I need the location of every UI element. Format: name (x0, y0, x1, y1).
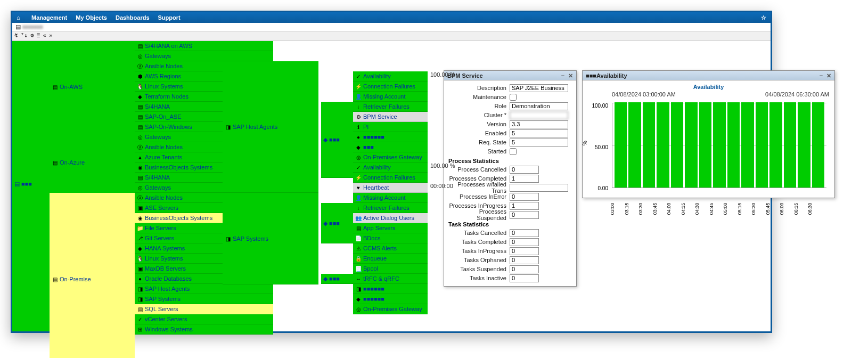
metric-connection-failures[interactable]: ⚡Connection Failures▶ (353, 173, 428, 183)
metric-retriever-failures[interactable]: ↓Retriever Failures▶ (353, 203, 428, 213)
sys-windows-systems[interactable]: ⊞Windows Systems▶ (135, 324, 273, 335)
field-processes-inerror[interactable] (510, 193, 539, 201)
field-maintenance[interactable] (510, 94, 517, 101)
field-tasks-orphaned[interactable] (510, 256, 539, 264)
bar (615, 102, 627, 188)
field-enabled[interactable] (510, 129, 568, 137)
metric-trfc-qrfc[interactable]: ↔tRFC & qRFC▶ (353, 274, 428, 284)
field-req-state[interactable] (510, 139, 568, 147)
metric-retriever-failures[interactable]: ↓Retriever Failures▶ (353, 102, 428, 112)
field-tasks-cancelled[interactable] (510, 229, 539, 237)
agent-sap-systems[interactable]: ◨SAP Systems▶ (223, 193, 318, 284)
tb-collapse[interactable]: « (43, 32, 46, 39)
host-node[interactable]: ◆ ■■■▶ (321, 274, 353, 284)
col-root: ▤ ■■■ (12, 41, 50, 331)
metric-missing-account[interactable]: 👤Missing Account▶ (353, 92, 428, 102)
metric-connection-failures[interactable]: ⚡Connection Failures▶ (353, 82, 428, 92)
sys-vcenter-servers[interactable]: ✓vCenter Servers▶ (135, 314, 273, 324)
bar (643, 102, 655, 188)
panel2-close[interactable]: ✕ (826, 72, 832, 79)
panel-collapse[interactable]: − (561, 72, 566, 79)
metric-ccms-alerts[interactable]: ⚠CCMS Alerts▶ (353, 243, 428, 254)
bar (798, 102, 810, 188)
metric-value: 00:00:00 (430, 183, 462, 189)
col-groups: ▤On-AWS▶▤On-Azure▶▤On-Premise▶ (50, 41, 135, 335)
field-version[interactable] (510, 120, 568, 128)
metric-missing-account[interactable]: 👤Missing Account▶ (353, 193, 428, 203)
bar (784, 102, 796, 188)
bar (741, 102, 754, 188)
field-processes-w-failed-trans[interactable] (510, 184, 568, 192)
tb-tree[interactable]: ᵀ↓ (21, 32, 28, 39)
metric--[interactable]: ◆■■■■■■▶ (353, 294, 428, 304)
metric-app-servers[interactable]: ▤App Servers▶ (353, 223, 428, 233)
field-description[interactable] (510, 84, 568, 92)
group-on-premise[interactable]: ▤On-Premise▶ (50, 274, 135, 284)
metric-availability[interactable]: ✓Availability▶ (353, 162, 428, 173)
menu-management[interactable]: Management (31, 14, 67, 21)
metric-on-premises-gateway[interactable]: ◎On-Premises Gateway▶ (353, 304, 428, 314)
menu-dashboards[interactable]: Dashboards (116, 14, 150, 21)
bar (756, 102, 768, 188)
metric-value: 100.00 % (430, 71, 462, 78)
metric-bpm-service[interactable]: ⚙BPM Service▶ (353, 112, 428, 122)
field-tasks-completed[interactable] (510, 238, 539, 246)
metric-availability[interactable]: ✓Availability▶ (353, 71, 428, 82)
bar (685, 102, 697, 188)
field-tasks-inprogress[interactable] (510, 247, 539, 255)
root-node[interactable]: ▤ ■■■ (14, 181, 32, 188)
metric-value: 100.00 % (430, 162, 462, 169)
field-tasks-suspended[interactable] (510, 265, 539, 273)
bar (671, 102, 683, 188)
field-role[interactable] (510, 102, 568, 110)
field-started[interactable] (510, 148, 517, 155)
metric-enqueue[interactable]: 🔒Enqueue▶ (353, 254, 428, 264)
menu-myobjects[interactable]: My Objects (76, 14, 107, 21)
chart-ylabel: % (582, 141, 588, 145)
field-process-cancelled[interactable] (510, 166, 539, 174)
field-cluster-[interactable] (510, 111, 568, 119)
panel-close[interactable]: ✕ (568, 72, 574, 79)
group-on-aws[interactable]: ▤On-AWS▶ (50, 82, 135, 92)
metric--[interactable]: ◆■■■▶ (353, 142, 428, 152)
tb-list[interactable]: ≣ (37, 32, 40, 39)
home-icon[interactable]: ⌂ (17, 14, 23, 21)
agent-sap-host-agents[interactable]: ◨SAP Host Agents▶ (223, 61, 318, 193)
metric-pi[interactable]: ℹPI▶ (353, 122, 428, 132)
field-processes-inprogress[interactable] (510, 202, 539, 210)
sys-sql-servers[interactable]: ▤SQL Servers▶ (135, 304, 273, 314)
menu-support[interactable]: Support (158, 14, 181, 21)
bar (727, 102, 740, 188)
tb-expand[interactable]: » (49, 32, 53, 39)
host-node[interactable]: ◆ ■■■▶ (321, 203, 353, 243)
chart-date-end: 04/08/2024 06:30:00 AM (765, 91, 829, 97)
metric-active-dialog-users[interactable]: 👥Active Dialog Users▶ (353, 213, 428, 223)
sys-gateways[interactable]: ◎Gateways▶ (135, 51, 273, 61)
sys-s-4hana-on-aws[interactable]: ▤S/4HANA on AWS▶ (135, 41, 273, 51)
group-on-azure[interactable]: ▤On-Azure▶ (50, 158, 135, 168)
metric-heartbeat[interactable]: ♥Heartbeat▶ (353, 183, 428, 193)
chart-date-start: 04/08/2024 03:00:00 AM (612, 91, 676, 97)
field-tasks-inactive[interactable] (510, 274, 539, 282)
bar (699, 102, 711, 188)
panel2-title: ■■■Availability − ✕ (583, 71, 834, 80)
chart-area: % 100.00 50.00 0.00 03:0003:1503:3003:45… (583, 97, 834, 204)
field-processes-suspended[interactable] (510, 211, 539, 219)
metric-on-premises-gateway[interactable]: ◎On-Premises Gateway▶ (353, 152, 428, 162)
sys-sap-systems[interactable]: ◨SAP Systems▶ (135, 294, 273, 304)
toolbar: ↯ ᵀ↓ ⚙ ≣ « » (12, 31, 771, 41)
star-icon[interactable]: ☆ (761, 14, 766, 21)
host-node[interactable]: ◆ ■■■▶ (321, 102, 353, 178)
sys-sap-host-agents[interactable]: ◨SAP Host Agents▶ (135, 284, 273, 294)
panel-title: BPM Service − ✕ (444, 71, 576, 80)
metric-spool[interactable]: 📃Spool▶ (353, 264, 428, 274)
chart-title: Availability (583, 84, 834, 90)
panel2-collapse[interactable]: − (820, 72, 824, 79)
panel-availability: ■■■Availability − ✕ Availability 04/08/2… (582, 70, 835, 198)
tb-cfg[interactable]: ⚙ (30, 32, 34, 39)
field-processes-completed[interactable] (510, 175, 539, 183)
tb-refresh[interactable]: ↯ (14, 32, 18, 39)
metric--[interactable]: ◨■■■■■■▶ (353, 284, 428, 294)
metric--[interactable]: ●■■■■■■▶ (353, 132, 428, 142)
metric-bdocs[interactable]: 📄BDocs▶ (353, 233, 428, 243)
